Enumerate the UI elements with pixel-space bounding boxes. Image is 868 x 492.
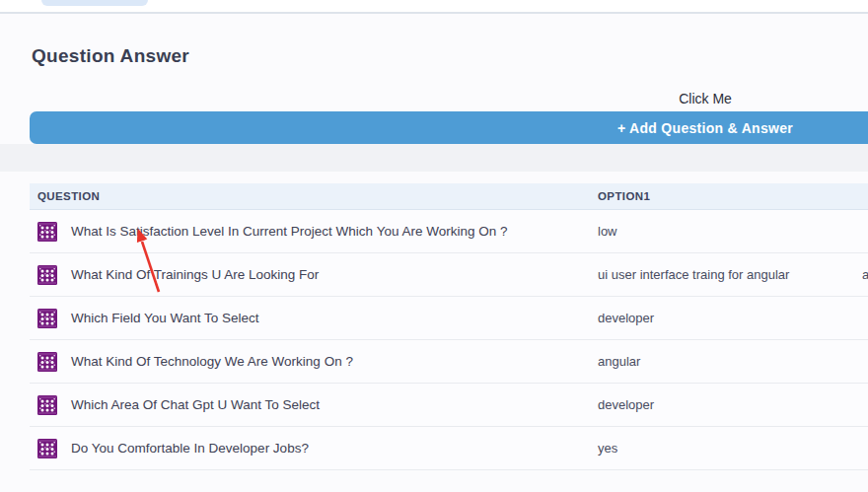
option1-value: developer	[590, 311, 854, 325]
option1-value: developer	[590, 397, 854, 412]
top-divider	[0, 0, 868, 14]
table-row[interactable]: Do You Comfortable In Developer Jobs? ye…	[30, 427, 868, 470]
pattern-avatar-icon	[37, 309, 57, 328]
pattern-avatar-icon	[37, 265, 57, 285]
table-row[interactable]: Which Field You Want To Select developer	[30, 297, 868, 340]
column-header-option1: OPTION1	[590, 190, 854, 202]
pattern-avatar-icon	[37, 439, 57, 458]
top-tab-fragment[interactable]	[41, 0, 148, 6]
question-cell: Which Field You Want To Select	[30, 309, 590, 328]
option1-value: low	[590, 224, 854, 239]
question-text: Which Area Of Chat Gpt U Want To Select	[71, 397, 320, 412]
table-row[interactable]: What Is Satisfaction Level In Current Pr…	[30, 210, 868, 253]
table-header-row: QUESTION OPTION1	[30, 183, 868, 210]
question-text: What Kind Of Trainings U Are Looking For	[71, 267, 319, 282]
pattern-avatar-icon	[37, 222, 57, 242]
question-cell: What Kind Of Trainings U Are Looking For	[30, 265, 590, 285]
table-row[interactable]: Which Area Of Chat Gpt U Want To Select …	[30, 384, 868, 427]
question-text: What Is Satisfaction Level In Current Pr…	[71, 224, 507, 239]
question-cell: Do You Comfortable In Developer Jobs?	[30, 439, 590, 458]
pattern-avatar-icon	[37, 395, 57, 415]
page-title: Question Answer	[32, 45, 189, 67]
table-body: What Is Satisfaction Level In Current Pr…	[30, 210, 868, 470]
question-answer-table: QUESTION OPTION1	[30, 183, 868, 470]
option1-value: angular	[590, 354, 854, 369]
question-cell: What Kind Of Technology We Are Working O…	[30, 352, 590, 372]
column-header-question: QUESTION	[30, 190, 590, 202]
pattern-avatar-icon	[37, 352, 57, 372]
option1-value: ui user interface traing for angular	[590, 267, 854, 282]
page-canvas: Question Answer Click Me + Add Question …	[0, 0, 868, 492]
question-cell: What Is Satisfaction Level In Current Pr…	[30, 222, 590, 242]
add-question-answer-button[interactable]: + Add Question & Answer	[30, 111, 868, 144]
option1-value: yes	[590, 441, 854, 456]
table-row[interactable]: What Kind Of Technology We Are Working O…	[30, 340, 868, 384]
question-text: Do You Comfortable In Developer Jobs?	[71, 441, 309, 456]
question-text: Which Field You Want To Select	[71, 311, 259, 325]
question-cell: Which Area Of Chat Gpt U Want To Select	[30, 395, 590, 415]
click-me-label: Click Me	[30, 91, 868, 106]
question-text: What Kind Of Technology We Are Working O…	[71, 354, 353, 369]
table-row[interactable]: What Kind Of Trainings U Are Looking For…	[30, 253, 868, 297]
option2-value: ap	[854, 267, 868, 282]
background-strip	[0, 144, 868, 172]
